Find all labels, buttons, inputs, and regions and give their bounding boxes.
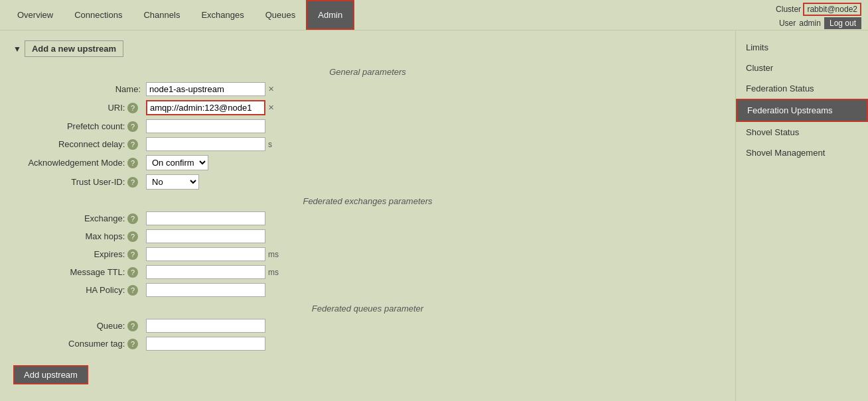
trust-select[interactable]: No Yes — [146, 174, 199, 190]
queue-row: Queue: ? — [13, 319, 722, 333]
hapolicy-row: HA Policy: ? — [13, 283, 722, 297]
sidebar-item-shovel-status[interactable]: Shovel Status — [736, 122, 868, 143]
sidebar-item-cluster[interactable]: Cluster — [736, 58, 868, 78]
name-label: Name: — [13, 84, 146, 94]
user-info: User admin Log out — [776, 17, 861, 29]
expires-help-icon[interactable]: ? — [127, 249, 138, 260]
tab-queues[interactable]: Queues — [255, 0, 307, 30]
reconnect-label: Reconnect delay: ? — [13, 139, 146, 150]
cluster-value: rabbit@node2 — [803, 3, 861, 16]
uri-help-icon[interactable]: ? — [127, 103, 138, 113]
federated-exchanges-title: Federated exchanges parameters — [13, 196, 722, 206]
cluster-label: Cluster — [776, 5, 801, 14]
trust-help-icon[interactable]: ? — [127, 177, 138, 188]
content-area: ▼ Add a new upstream General parameters … — [0, 30, 735, 401]
sidebar-item-limits[interactable]: Limits — [736, 37, 868, 58]
section-toggle-icon[interactable]: ▼ — [13, 44, 21, 54]
reconnect-input[interactable] — [146, 137, 265, 151]
prefetch-label: Prefetch count: ? — [13, 121, 146, 132]
ack-row: Acknowledgement Mode: ? On confirm On pu… — [13, 155, 722, 170]
add-upstream-button[interactable]: Add upstream — [13, 365, 88, 384]
sidebar-item-shovel-management[interactable]: Shovel Management — [736, 143, 868, 163]
tab-channels[interactable]: Channels — [133, 0, 190, 30]
add-button-container: Add upstream — [13, 359, 722, 384]
top-navigation: Overview Connections Channels Exchanges … — [0, 0, 868, 30]
prefetch-row: Prefetch count: ? — [13, 119, 722, 133]
tab-overview[interactable]: Overview — [7, 0, 64, 30]
section-title: Add a new upstream — [25, 40, 123, 57]
expires-suffix: ms — [268, 250, 279, 259]
queue-input[interactable] — [146, 319, 265, 333]
consumertag-help-icon[interactable]: ? — [127, 339, 138, 349]
consumertag-label: Consumer tag: ? — [13, 339, 146, 349]
general-params-title: General parameters — [13, 67, 722, 77]
uri-row: URI: ? ✕ — [13, 100, 722, 115]
maxhops-label: Max hops: ? — [13, 231, 146, 242]
trust-label: Trust User-ID: ? — [13, 177, 146, 188]
ack-label: Acknowledgement Mode: ? — [13, 158, 146, 168]
uri-label: URI: ? — [13, 103, 146, 113]
sidebar-item-federation-status[interactable]: Federation Status — [736, 78, 868, 99]
consumertag-row: Consumer tag: ? — [13, 337, 722, 351]
maxhops-input[interactable] — [146, 229, 265, 243]
msgttl-label: Message TTL: ? — [13, 267, 146, 278]
exchange-input[interactable] — [146, 211, 265, 225]
hapolicy-label: HA Policy: ? — [13, 285, 146, 296]
queue-label: Queue: ? — [13, 321, 146, 331]
tab-connections[interactable]: Connections — [64, 0, 133, 30]
consumertag-input[interactable] — [146, 337, 265, 351]
name-input[interactable] — [146, 82, 265, 96]
reconnect-help-icon[interactable]: ? — [127, 139, 138, 150]
main-layout: ▼ Add a new upstream General parameters … — [0, 30, 868, 401]
user-label: User — [779, 19, 796, 28]
maxhops-help-icon[interactable]: ? — [127, 231, 138, 242]
section-header: ▼ Add a new upstream — [13, 40, 722, 57]
hapolicy-help-icon[interactable]: ? — [127, 285, 138, 296]
expires-input[interactable] — [146, 247, 265, 261]
uri-clear-icon[interactable]: ✕ — [268, 103, 274, 112]
federated-queues-title: Federated queues parameter — [13, 304, 722, 314]
tab-admin[interactable]: Admin — [306, 0, 354, 30]
prefetch-input[interactable] — [146, 119, 265, 133]
expires-label: Expires: ? — [13, 249, 146, 260]
hapolicy-input[interactable] — [146, 283, 265, 297]
exchange-help-icon[interactable]: ? — [127, 213, 138, 224]
ack-select[interactable]: On confirm On publish No ack — [146, 155, 208, 170]
expires-row: Expires: ? ms — [13, 247, 722, 261]
trust-row: Trust User-ID: ? No Yes — [13, 174, 722, 190]
user-value: admin — [799, 19, 821, 28]
logout-button[interactable]: Log out — [824, 17, 861, 29]
maxhops-row: Max hops: ? — [13, 229, 722, 243]
nav-right-info: Cluster rabbit@node2 User admin Log out — [776, 3, 861, 29]
cluster-info: Cluster rabbit@node2 — [776, 3, 861, 16]
msgttl-input[interactable] — [146, 265, 265, 279]
name-clear-icon[interactable]: ✕ — [268, 85, 274, 93]
sidebar-item-federation-upstreams[interactable]: Federation Upstreams — [736, 99, 868, 122]
prefetch-help-icon[interactable]: ? — [127, 121, 138, 132]
ack-help-icon[interactable]: ? — [127, 158, 138, 168]
msgttl-row: Message TTL: ? ms — [13, 265, 722, 279]
reconnect-suffix: s — [268, 140, 272, 149]
uri-input[interactable] — [146, 100, 265, 115]
msgttl-help-icon[interactable]: ? — [127, 267, 138, 278]
sidebar: Limits Cluster Federation Status Federat… — [735, 30, 868, 401]
nav-tabs: Overview Connections Channels Exchanges … — [7, 0, 354, 30]
tab-exchanges[interactable]: Exchanges — [190, 0, 254, 30]
name-row: Name: ✕ — [13, 82, 722, 96]
queue-help-icon[interactable]: ? — [127, 321, 138, 331]
exchange-row: Exchange: ? — [13, 211, 722, 225]
msgttl-suffix: ms — [268, 268, 279, 277]
exchange-label: Exchange: ? — [13, 213, 146, 224]
reconnect-row: Reconnect delay: ? s — [13, 137, 722, 151]
